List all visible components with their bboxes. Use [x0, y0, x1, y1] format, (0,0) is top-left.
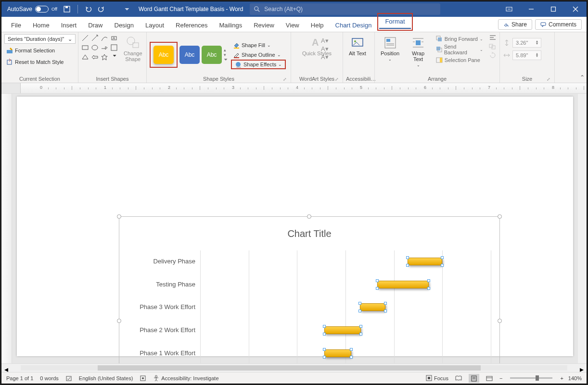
- tab-draw[interactable]: Draw: [82, 19, 108, 32]
- shape-fill-label: Shape Fill: [242, 42, 265, 48]
- vertical-ruler[interactable]: [1, 94, 12, 363]
- tab-design[interactable]: Design: [109, 19, 140, 32]
- chart-element-value: Series "Duration (days)": [8, 36, 64, 42]
- tab-home[interactable]: Home: [27, 19, 55, 32]
- status-language[interactable]: English (United States): [79, 375, 133, 381]
- change-shape-icon: [126, 36, 140, 50]
- horizontal-ruler[interactable]: 0123456789: [1, 83, 587, 94]
- tab-insert[interactable]: Insert: [55, 19, 83, 32]
- statusbar: Page 1 of 1 0 words English (United Stat…: [1, 372, 587, 384]
- minimize-icon[interactable]: [520, 1, 542, 17]
- shape-style-swatch-2[interactable]: Abc: [179, 46, 200, 64]
- web-layout-icon[interactable]: [484, 374, 495, 383]
- rotate-icon[interactable]: [489, 51, 497, 58]
- qat-dropdown-icon[interactable]: ⏷: [124, 6, 130, 12]
- shape-fill-button[interactable]: Shape Fill⌄: [231, 40, 286, 50]
- collapse-ribbon-icon[interactable]: ⌃: [580, 74, 585, 81]
- tab-mailings[interactable]: Mailings: [214, 19, 248, 32]
- dialog-launcher-icon[interactable]: ⤢: [283, 77, 287, 82]
- ribbon-display-icon[interactable]: [498, 1, 520, 17]
- gallery-down-icon[interactable]: ▾: [224, 52, 228, 57]
- scroll-left-icon[interactable]: ◂: [1, 364, 11, 372]
- gallery-up-icon[interactable]: ▴: [224, 48, 228, 52]
- selection-pane-button[interactable]: Selection Pane: [434, 55, 485, 65]
- gantt-bar[interactable]: [377, 281, 429, 288]
- tab-view[interactable]: View: [280, 19, 305, 32]
- focus-icon: [426, 375, 432, 381]
- status-words[interactable]: 0 words: [40, 375, 59, 381]
- zoom-in-icon[interactable]: +: [560, 375, 563, 381]
- height-icon: [503, 39, 511, 47]
- chart-object[interactable]: Chart Title 4/146/37/239/1110/3112/202/8…: [119, 216, 500, 363]
- shape-outline-button[interactable]: Shape Outline⌄: [231, 50, 286, 60]
- scroll-right-icon[interactable]: ▸: [577, 364, 587, 372]
- save-icon[interactable]: [63, 5, 71, 13]
- shape-height-input[interactable]: 3.26"▴▾: [512, 38, 541, 48]
- close-icon[interactable]: [564, 1, 587, 17]
- reset-style-button[interactable]: Reset to Match Style: [4, 57, 66, 67]
- chart-title[interactable]: Chart Title: [119, 217, 499, 239]
- comment-icon: [540, 22, 546, 27]
- tab-references[interactable]: References: [170, 19, 213, 32]
- gallery-more-icon[interactable]: ⏷: [224, 57, 228, 62]
- align-icon[interactable]: [489, 34, 497, 41]
- wrap-text-icon: [411, 36, 425, 50]
- svg-rect-50: [66, 376, 71, 381]
- chart-plot-area[interactable]: 4/146/37/239/1110/3112/202/8Delivery Pha…: [200, 250, 491, 363]
- proofing-icon[interactable]: [65, 375, 72, 382]
- share-button[interactable]: Share: [498, 19, 532, 30]
- zoom-level[interactable]: 140%: [568, 375, 582, 381]
- vertical-scrollbar[interactable]: [578, 94, 587, 363]
- maximize-icon[interactable]: [542, 1, 564, 17]
- send-backward-button[interactable]: Send Backward⌄: [434, 45, 485, 54]
- gantt-bar[interactable]: [324, 326, 361, 334]
- gantt-bar[interactable]: [324, 349, 351, 357]
- tab-help[interactable]: Help: [305, 19, 330, 32]
- svg-point-19: [127, 37, 135, 45]
- zoom-slider[interactable]: [510, 377, 552, 379]
- tab-file[interactable]: File: [5, 19, 27, 32]
- zoom-out-icon[interactable]: −: [499, 375, 502, 381]
- svg-rect-21: [234, 48, 239, 49]
- text-outline-icon: A▾: [321, 45, 329, 52]
- wrap-text-button[interactable]: Wrap Text⌄: [404, 34, 432, 69]
- group-icon[interactable]: [489, 43, 497, 50]
- redo-icon[interactable]: [97, 5, 105, 13]
- status-page[interactable]: Page 1 of 1: [6, 375, 33, 381]
- group-label-insert-shapes: Insert Shapes: [81, 75, 143, 83]
- shapes-gallery[interactable]: A ⏷: [81, 34, 119, 62]
- print-layout-icon[interactable]: [469, 374, 479, 383]
- gantt-bar[interactable]: [408, 258, 442, 265]
- tab-format[interactable]: Format: [379, 15, 410, 29]
- format-selection-button[interactable]: Format Selection: [4, 46, 57, 55]
- tab-review[interactable]: Review: [248, 19, 280, 32]
- shape-effects-button[interactable]: Shape Effects⌄: [231, 60, 286, 69]
- tab-chart-design[interactable]: Chart Design: [330, 19, 378, 32]
- tab-layout[interactable]: Layout: [140, 19, 170, 32]
- autosave-control[interactable]: AutoSave Off: [7, 6, 57, 12]
- autosave-label: AutoSave: [7, 6, 32, 12]
- macro-icon[interactable]: [140, 375, 146, 382]
- gantt-bar[interactable]: [360, 303, 385, 311]
- group-label-wordart: WordArt Styles⤢: [294, 75, 340, 83]
- width-icon: [503, 51, 511, 59]
- comments-button[interactable]: Comments: [535, 19, 582, 30]
- horizontal-scrollbar[interactable]: ◂ ▸: [1, 363, 587, 372]
- focus-mode-button[interactable]: Focus: [426, 375, 448, 381]
- read-mode-icon[interactable]: [453, 374, 464, 383]
- bring-forward-button[interactable]: Bring Forward⌄: [434, 34, 485, 44]
- hscroll-thumb[interactable]: [98, 365, 481, 371]
- chart-element-dropdown[interactable]: Series "Duration (days)"⌄: [4, 34, 76, 44]
- format-selection-icon: [6, 47, 13, 54]
- accessibility-status[interactable]: Accessibility: Investigate: [153, 375, 218, 381]
- shape-width-input[interactable]: 5.89"▴▾: [512, 50, 541, 60]
- alt-text-button[interactable]: Alt Text: [346, 34, 369, 58]
- autosave-toggle[interactable]: [35, 6, 49, 12]
- shape-style-swatch-1[interactable]: Abc: [153, 46, 174, 64]
- undo-icon[interactable]: [85, 5, 92, 13]
- position-button[interactable]: Position⌄: [378, 34, 402, 63]
- svg-rect-37: [438, 37, 442, 41]
- page-canvas[interactable]: Chart Title 4/146/37/239/1110/3112/202/8…: [12, 94, 578, 363]
- shape-style-swatch-3[interactable]: Abc: [202, 46, 222, 64]
- svg-line-12: [82, 35, 88, 41]
